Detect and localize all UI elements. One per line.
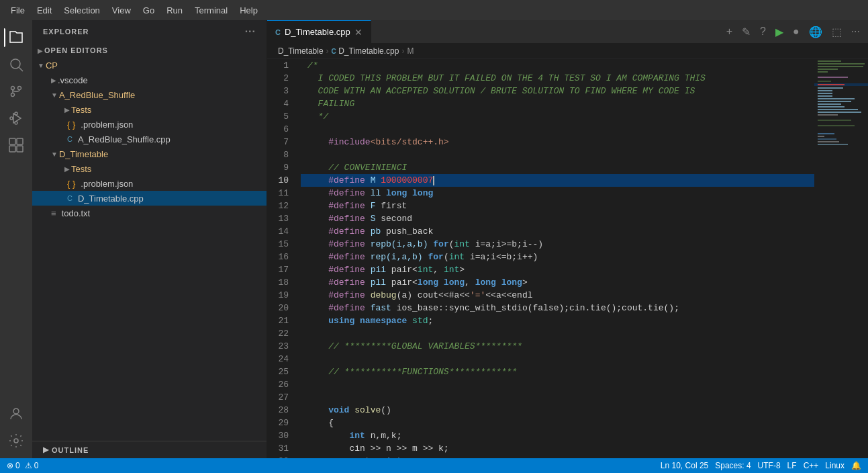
tab-actions: + ✎ ? ▶ ● 🌐 ⬚ ··· [718, 24, 868, 40]
svg-point-15 [14, 439, 18, 443]
breadcrumb-file[interactable]: C D_Timetable.cpp [332, 46, 399, 56]
tab-action-help[interactable]: ? [757, 24, 769, 39]
menu-edit[interactable]: Edit [32, 4, 57, 17]
tab-dtimetable[interactable]: C D_Timetable.cpp ✕ [267, 20, 371, 44]
sidebar-item-tests-1[interactable]: ▶ Tests [32, 102, 267, 117]
status-language[interactable]: C++ [804, 461, 819, 470]
tab-action-more[interactable]: ··· [849, 24, 863, 39]
menu-help[interactable]: Help [234, 4, 263, 17]
tab-action-add[interactable]: + [724, 24, 735, 39]
code-line-25: // ***********FUNCTIONS************* [301, 366, 814, 378]
redblue-cpp-label: A_RedBlue_Shuffle.cpp [78, 134, 171, 144]
error-icon: ⊗ [7, 461, 13, 470]
code-line-23: // *********GLOBAL VARIABLES********* [301, 340, 814, 353]
status-spaces[interactable]: Spaces: 4 [715, 461, 751, 470]
status-line-ending[interactable]: LF [787, 461, 797, 470]
line-num-18: 18 [267, 276, 301, 289]
breadcrumb: D_Timetable › C D_Timetable.cpp › M [267, 44, 868, 59]
tab-close-button[interactable]: ✕ [354, 27, 363, 38]
sidebar-item-cp[interactable]: ▼ CP [32, 58, 267, 73]
outline-section[interactable]: ▶ OUTLINE [32, 441, 267, 458]
tab-action-circle[interactable]: ● [790, 24, 802, 39]
sidebar-item-problem-json-1[interactable]: { } .problem.json [32, 117, 267, 132]
line-num-12: 12 [267, 200, 301, 212]
vscode-chevron: ▶ [51, 77, 56, 84]
sidebar-item-todo[interactable]: ≡ todo.txt [32, 206, 267, 220]
activity-extensions[interactable] [4, 133, 28, 157]
sidebar: EXPLORER ··· ▶ OPEN EDITORS ▼ CP ▶ .vsco… [32, 20, 267, 458]
breadcrumb-sep-1: › [326, 46, 329, 56]
svg-rect-43 [818, 144, 848, 145]
svg-rect-41 [818, 138, 836, 140]
sidebar-item-vscode[interactable]: ▶ .vscode [32, 73, 267, 87]
sidebar-item-tests-2[interactable]: ▶ Tests [32, 161, 267, 176]
svg-rect-23 [818, 81, 831, 82]
svg-rect-16 [814, 59, 868, 449]
svg-point-3 [11, 93, 15, 97]
activity-run-debug[interactable] [4, 106, 28, 130]
svg-rect-29 [818, 95, 832, 97]
activity-explorer[interactable] [4, 26, 28, 50]
line-num-1: 1 [267, 59, 301, 72]
status-errors[interactable]: ⊗ 0 ⚠ 0 [7, 461, 38, 470]
status-line-col[interactable]: Ln 10, Col 25 [661, 461, 708, 470]
code-line-20: #define fast ios_base::sync_with_stdio(f… [301, 302, 814, 314]
code-line-26 [301, 378, 814, 391]
svg-rect-22 [818, 77, 848, 78]
code-line-4: FAILING [301, 97, 814, 110]
file-tree: ▶ OPEN EDITORS ▼ CP ▶ .vscode ▼ A_RedBlu… [32, 43, 267, 441]
problem-json-1-label: .problem.json [81, 120, 133, 130]
menu-terminal[interactable]: Terminal [189, 4, 233, 17]
sidebar-item-redblue[interactable]: ▼ A_RedBlue_Shuffle [32, 87, 267, 102]
todo-label: todo.txt [62, 208, 91, 218]
tab-filename: D_Timetable.cpp [285, 27, 350, 37]
tab-action-edit[interactable]: ✎ [739, 24, 753, 40]
tab-action-web[interactable]: 🌐 [806, 24, 825, 40]
code-line-29: { [301, 417, 814, 429]
code-content[interactable]: /* I CODED THIS PROBLEM BUT IT FAILED ON… [301, 59, 814, 458]
activity-account[interactable] [4, 402, 28, 426]
status-encoding[interactable]: UTF-8 [758, 461, 781, 470]
svg-rect-13 [17, 146, 23, 152]
problem-json-2-label: .problem.json [81, 179, 133, 189]
sidebar-item-dtimetable-cpp[interactable]: C D_Timetable.cpp [32, 191, 267, 206]
sidebar-item-problem-json-2[interactable]: { } .problem.json [32, 176, 267, 191]
warning-icon: ⚠ [25, 461, 32, 470]
menu-file[interactable]: File [5, 4, 30, 17]
sidebar-item-dtimetable[interactable]: ▼ D_Timetable [32, 146, 267, 161]
line-num-22: 22 [267, 327, 301, 340]
breadcrumb-folder[interactable]: D_Timetable [278, 46, 324, 56]
menu-go[interactable]: Go [138, 4, 160, 17]
svg-line-1 [19, 68, 23, 72]
code-line-24 [301, 353, 814, 366]
line-num-14: 14 [267, 225, 301, 238]
tab-action-run[interactable]: ▶ [773, 24, 786, 40]
code-line-8 [301, 148, 814, 161]
svg-rect-10 [9, 138, 15, 144]
svg-rect-38 [818, 125, 855, 126]
sidebar-item-redblue-cpp[interactable]: C A_RedBlue_Shuffle.cpp [32, 132, 267, 146]
tab-action-layout[interactable]: ⬚ [829, 24, 845, 40]
code-line-13: #define S second [301, 212, 814, 225]
svg-rect-11 [17, 138, 23, 144]
activity-search[interactable] [4, 52, 28, 77]
sidebar-more-button[interactable]: ··· [245, 26, 256, 38]
status-notifications[interactable]: 🔔 [851, 461, 861, 470]
code-editor[interactable]: 1 2 3 4 5 6 7 8 9 10 11 12 13 14 15 16 1… [267, 59, 868, 458]
svg-rect-21 [818, 71, 828, 73]
line-num-3: 3 [267, 85, 301, 97]
menu-view[interactable]: View [107, 4, 136, 17]
breadcrumb-symbol[interactable]: M [407, 46, 414, 56]
tests2-label: Tests [71, 164, 91, 174]
activity-source-control[interactable] [4, 79, 28, 103]
svg-rect-28 [818, 93, 832, 94]
svg-rect-19 [818, 66, 863, 67]
status-platform[interactable]: Linux [825, 461, 845, 470]
svg-rect-42 [818, 141, 839, 142]
activity-settings[interactable] [4, 429, 28, 453]
menu-run[interactable]: Run [161, 4, 188, 17]
code-line-2: I CODED THIS PROBLEM BUT IT FAILED ON TH… [301, 72, 814, 85]
line-num-2: 2 [267, 72, 301, 85]
open-editors-section[interactable]: ▶ OPEN EDITORS [32, 43, 267, 58]
menu-selection[interactable]: Selection [58, 4, 105, 17]
